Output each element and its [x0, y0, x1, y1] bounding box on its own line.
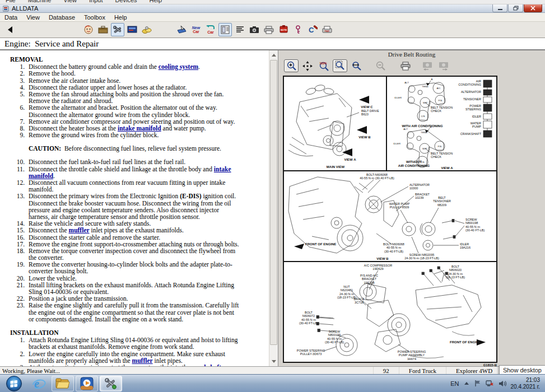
next-image-button[interactable]: [436, 59, 451, 72]
new-car-bottom-text: Car: [193, 30, 199, 34]
scroll-down-button[interactable]: [270, 357, 277, 366]
vm-menu-item-view[interactable]: View: [63, 0, 77, 4]
tools-icon: [113, 25, 123, 35]
step-text: Remove the torque converter inspection c…: [29, 248, 240, 261]
scrollbar-thumb[interactable]: [270, 60, 277, 345]
taskbar-alldata-button[interactable]: [100, 376, 122, 391]
step-text: Install lifting brackets on the exhaust …: [29, 282, 240, 295]
menu-item-database[interactable]: Database: [44, 13, 80, 21]
back-button[interactable]: [3, 23, 17, 36]
menu-item-help[interactable]: Help: [110, 13, 132, 21]
diagram-label-bracket: BRACKET 10239: [415, 193, 430, 200]
diagram-label-bolt-bottom: BOLT-N606068 40-55 N·m (30-40 FT-LB): [383, 242, 404, 253]
pulley-wp-label: W/P: [423, 101, 427, 104]
article-step: 16.Disconnect the starter cable and remo…: [10, 234, 240, 241]
zoom-in-button[interactable]: [284, 59, 299, 72]
article-link[interactable]: muffler: [132, 357, 153, 364]
start-button[interactable]: [6, 375, 22, 392]
status-cell: 92: [373, 367, 399, 374]
belt-tension-check-label-2: BELT TENSION CHECK: [431, 152, 453, 159]
previous-car-button[interactable]: Car: [204, 23, 217, 36]
labor-times-button[interactable]: [140, 23, 153, 36]
printer-icon: [400, 62, 411, 71]
menu-item-data[interactable]: Data: [0, 13, 22, 21]
article-link[interactable]: intake manifold: [118, 125, 161, 132]
step-text: Remove air conditioner compressor and po…: [29, 118, 240, 125]
fax-button[interactable]: FAX: [320, 23, 334, 36]
article-step: 14.Raise the vehicle and secure with saf…: [10, 220, 240, 227]
text-only-button[interactable]: [233, 23, 246, 36]
vm-menu-item-devices[interactable]: Devices: [115, 0, 137, 4]
taskbar-explorer-button[interactable]: [52, 376, 74, 391]
pan-icon: [302, 61, 313, 71]
estimator-button[interactable]: [125, 23, 139, 36]
step-number: 15.: [10, 227, 25, 234]
scroll-up-button[interactable]: [270, 51, 277, 59]
shop-toolbox-button[interactable]: [96, 23, 110, 36]
vm-menu-item-input[interactable]: Input: [89, 0, 103, 4]
toolbox-icon: [98, 25, 108, 34]
comments-button[interactable]: C: [306, 23, 319, 36]
step-number: 10.: [10, 158, 25, 165]
print-image-button[interactable]: [398, 59, 413, 72]
article-link[interactable]: muffler: [69, 227, 90, 234]
removal-steps-list: 1.Disconnect the battery ground cable an…: [10, 63, 240, 138]
keyboard-pointer-icon: [176, 25, 187, 34]
installation-steps-list: 1.Attach Rotunda Engine Lifting Sling 01…: [10, 337, 240, 366]
repair-button[interactable]: [111, 23, 124, 36]
previous-image-button[interactable]: [420, 59, 435, 72]
step-text: Disconnect the throttle cable shield and…: [29, 166, 240, 179]
vm-menu-item-machine[interactable]: Machine: [28, 0, 52, 4]
step-number: 11.: [10, 166, 25, 179]
pulley-ps-label: P/S: [439, 99, 442, 102]
network-status-icon[interactable]: [486, 380, 494, 387]
clock[interactable]: 21:03 20.4.2021 г.: [511, 377, 540, 390]
with-ac-caption: WITH AIR CONDITIONING: [402, 124, 442, 128]
minimize-button[interactable]: [492, 4, 507, 12]
pulley-tens-label-2: TENS: [421, 131, 427, 134]
images-button[interactable]: [248, 23, 261, 36]
notes-button[interactable]: NOTE: [277, 23, 290, 36]
article-scrollbar[interactable]: [269, 50, 278, 366]
drive-belt-diagram[interactable]: A/C P/S W/P C/S ALT TENS IDLER A P/S W/P: [283, 76, 497, 363]
menu-item-view[interactable]: View: [22, 13, 44, 21]
vm-menu-item-file[interactable]: File: [6, 0, 16, 4]
view-a-caption: VIEW A: [441, 166, 453, 170]
fit-width-button[interactable]: [349, 59, 364, 72]
system-tray: EN 21:03 20.4.2021 г.: [450, 375, 545, 392]
removal-steps-list-continued: 10.Disconnect the fuel tank-to-fuel rail…: [10, 158, 240, 323]
article-text[interactable]: REMOVAL 1.Disconnect the battery ground …: [0, 50, 268, 366]
close-icon: [530, 6, 535, 11]
taskbar-ie-button[interactable]: e: [27, 376, 50, 391]
zoom-out-button[interactable]: [373, 59, 388, 72]
fit-page-button[interactable]: [333, 59, 347, 72]
language-indicator[interactable]: EN: [450, 380, 459, 387]
diagram-label-ac-compressor: A/C COMPRESSOR 19D629: [364, 264, 392, 271]
article-step: 9.Remove the ground wires from the cylin…: [10, 132, 240, 138]
select-vehicle-button[interactable]: [175, 23, 188, 36]
help-assistant-button[interactable]: [82, 23, 95, 36]
print-button[interactable]: [262, 23, 276, 36]
hidden-icons-chevron[interactable]: [464, 381, 469, 386]
volume-icon[interactable]: [499, 380, 506, 387]
step-number: 16.: [10, 234, 25, 241]
article-link[interactable]: intake manifold: [29, 166, 231, 179]
article-step: 12.Disconnect all vacuum connections fro…: [10, 179, 240, 193]
close-button[interactable]: [524, 4, 542, 12]
menu-item-toolbox[interactable]: Toolbox: [80, 13, 110, 21]
content: REMOVAL 1.Disconnect the battery ground …: [0, 50, 545, 366]
action-center-flag-icon[interactable]: [474, 380, 481, 387]
key-info-button[interactable]: [291, 23, 305, 36]
zoom-100-button[interactable]: 100%: [316, 59, 331, 72]
article-link[interactable]: cooling system: [159, 63, 198, 70]
step-text: Disconnect the starter cable and remove …: [29, 234, 240, 241]
new-car-button[interactable]: New Car: [189, 23, 203, 36]
pan-button[interactable]: [300, 59, 315, 72]
vm-menu-item-help[interactable]: Help: [150, 0, 162, 4]
image-toolbar: 100%: [278, 58, 545, 73]
taskbar-media-player-button[interactable]: [76, 376, 98, 391]
step-number: 9.: [10, 132, 25, 138]
step-text: Disconnect all vacuum connections from r…: [29, 179, 240, 193]
article-view-button[interactable]: [218, 23, 232, 36]
maximize-button[interactable]: [508, 4, 523, 12]
